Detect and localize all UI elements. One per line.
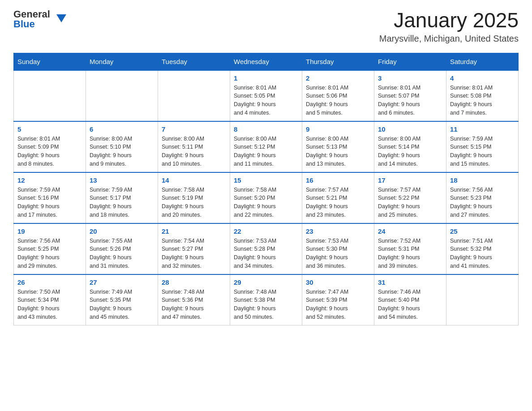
day-info: Sunrise: 7:48 AMSunset: 5:38 PMDaylight:… <box>234 288 298 321</box>
calendar-cell: 18Sunrise: 7:56 AMSunset: 5:23 PMDayligh… <box>446 172 519 223</box>
day-number: 31 <box>378 278 442 286</box>
day-number: 18 <box>450 176 515 184</box>
calendar-cell: 19Sunrise: 7:56 AMSunset: 5:25 PMDayligh… <box>14 223 86 274</box>
day-number: 30 <box>306 278 370 286</box>
page-header: General Blue January 2025 Marysville, Mi… <box>13 9 519 44</box>
day-number: 22 <box>234 227 298 235</box>
calendar-cell: 4Sunrise: 8:01 AMSunset: 5:08 PMDaylight… <box>446 70 519 121</box>
calendar-cell: 26Sunrise: 7:50 AMSunset: 5:34 PMDayligh… <box>14 274 86 325</box>
calendar-header-friday: Friday <box>374 53 446 70</box>
day-number: 13 <box>90 176 154 184</box>
calendar-cell: 12Sunrise: 7:59 AMSunset: 5:16 PMDayligh… <box>14 172 86 223</box>
day-number: 6 <box>90 125 154 133</box>
week-row-3: 12Sunrise: 7:59 AMSunset: 5:16 PMDayligh… <box>14 172 519 223</box>
day-number: 7 <box>162 125 226 133</box>
day-info: Sunrise: 7:53 AMSunset: 5:30 PMDaylight:… <box>306 237 370 270</box>
calendar-cell <box>446 274 519 325</box>
day-number: 28 <box>162 278 226 286</box>
calendar-cell: 25Sunrise: 7:51 AMSunset: 5:32 PMDayligh… <box>446 223 519 274</box>
logo: General Blue <box>13 9 56 30</box>
calendar-cell: 6Sunrise: 8:00 AMSunset: 5:10 PMDaylight… <box>86 121 158 172</box>
calendar-cell: 22Sunrise: 7:53 AMSunset: 5:28 PMDayligh… <box>230 223 302 274</box>
day-info: Sunrise: 7:57 AMSunset: 5:21 PMDaylight:… <box>306 186 370 219</box>
day-info: Sunrise: 7:46 AMSunset: 5:40 PMDaylight:… <box>378 288 442 321</box>
calendar-header-thursday: Thursday <box>302 53 374 70</box>
calendar-cell: 11Sunrise: 7:59 AMSunset: 5:15 PMDayligh… <box>446 121 519 172</box>
logo-triangle-icon <box>56 14 66 22</box>
calendar-cell: 3Sunrise: 8:01 AMSunset: 5:07 PMDaylight… <box>374 70 446 121</box>
calendar-cell: 21Sunrise: 7:54 AMSunset: 5:27 PMDayligh… <box>158 223 230 274</box>
day-info: Sunrise: 7:58 AMSunset: 5:19 PMDaylight:… <box>162 186 226 219</box>
calendar-header-sunday: Sunday <box>14 53 86 70</box>
week-row-2: 5Sunrise: 8:01 AMSunset: 5:09 PMDaylight… <box>14 121 519 172</box>
day-number: 12 <box>17 176 82 184</box>
week-row-4: 19Sunrise: 7:56 AMSunset: 5:25 PMDayligh… <box>14 223 519 274</box>
day-info: Sunrise: 8:00 AMSunset: 5:12 PMDaylight:… <box>234 135 298 168</box>
location-title: Marysville, Michigan, United States <box>379 34 519 44</box>
calendar-cell: 7Sunrise: 8:00 AMSunset: 5:11 PMDaylight… <box>158 121 230 172</box>
day-number: 14 <box>162 176 226 184</box>
calendar-table: SundayMondayTuesdayWednesdayThursdayFrid… <box>13 53 519 325</box>
day-number: 16 <box>306 176 370 184</box>
day-info: Sunrise: 7:51 AMSunset: 5:32 PMDaylight:… <box>450 237 515 270</box>
calendar-cell: 20Sunrise: 7:55 AMSunset: 5:26 PMDayligh… <box>86 223 158 274</box>
day-info: Sunrise: 8:01 AMSunset: 5:06 PMDaylight:… <box>306 84 370 117</box>
calendar-header-row: SundayMondayTuesdayWednesdayThursdayFrid… <box>14 53 519 70</box>
calendar-cell: 1Sunrise: 8:01 AMSunset: 5:05 PMDaylight… <box>230 70 302 121</box>
calendar-cell: 14Sunrise: 7:58 AMSunset: 5:19 PMDayligh… <box>158 172 230 223</box>
calendar-header-tuesday: Tuesday <box>158 53 230 70</box>
day-number: 27 <box>90 278 154 286</box>
title-section: January 2025 Marysville, Michigan, Unite… <box>379 9 519 44</box>
day-number: 19 <box>17 227 82 235</box>
calendar-cell: 2Sunrise: 8:01 AMSunset: 5:06 PMDaylight… <box>302 70 374 121</box>
calendar-cell: 5Sunrise: 8:01 AMSunset: 5:09 PMDaylight… <box>14 121 86 172</box>
day-info: Sunrise: 7:58 AMSunset: 5:20 PMDaylight:… <box>234 186 298 219</box>
calendar-cell <box>158 70 230 121</box>
day-number: 23 <box>306 227 370 235</box>
day-info: Sunrise: 7:54 AMSunset: 5:27 PMDaylight:… <box>162 237 226 270</box>
calendar-header-wednesday: Wednesday <box>230 53 302 70</box>
day-info: Sunrise: 7:59 AMSunset: 5:16 PMDaylight:… <box>17 186 82 219</box>
day-number: 21 <box>162 227 226 235</box>
day-number: 11 <box>450 125 515 133</box>
calendar-header-monday: Monday <box>86 53 158 70</box>
calendar-cell: 24Sunrise: 7:52 AMSunset: 5:31 PMDayligh… <box>374 223 446 274</box>
day-info: Sunrise: 7:59 AMSunset: 5:17 PMDaylight:… <box>90 186 154 219</box>
day-number: 10 <box>378 125 442 133</box>
day-number: 8 <box>234 125 298 133</box>
calendar-cell: 16Sunrise: 7:57 AMSunset: 5:21 PMDayligh… <box>302 172 374 223</box>
svg-marker-0 <box>56 14 66 22</box>
calendar-cell <box>14 70 86 121</box>
day-number: 24 <box>378 227 442 235</box>
day-number: 3 <box>378 74 442 82</box>
day-info: Sunrise: 8:00 AMSunset: 5:13 PMDaylight:… <box>306 135 370 168</box>
day-info: Sunrise: 8:00 AMSunset: 5:14 PMDaylight:… <box>378 135 442 168</box>
day-info: Sunrise: 8:01 AMSunset: 5:09 PMDaylight:… <box>17 135 82 168</box>
calendar-cell: 15Sunrise: 7:58 AMSunset: 5:20 PMDayligh… <box>230 172 302 223</box>
day-info: Sunrise: 7:56 AMSunset: 5:25 PMDaylight:… <box>17 237 82 270</box>
calendar-cell: 31Sunrise: 7:46 AMSunset: 5:40 PMDayligh… <box>374 274 446 325</box>
day-number: 5 <box>17 125 82 133</box>
day-info: Sunrise: 7:47 AMSunset: 5:39 PMDaylight:… <box>306 288 370 321</box>
day-number: 15 <box>234 176 298 184</box>
month-title: January 2025 <box>379 9 519 32</box>
week-row-1: 1Sunrise: 8:01 AMSunset: 5:05 PMDaylight… <box>14 70 519 121</box>
day-info: Sunrise: 7:48 AMSunset: 5:36 PMDaylight:… <box>162 288 226 321</box>
calendar-cell: 10Sunrise: 8:00 AMSunset: 5:14 PMDayligh… <box>374 121 446 172</box>
day-number: 1 <box>234 74 298 82</box>
day-info: Sunrise: 7:56 AMSunset: 5:23 PMDaylight:… <box>450 186 515 219</box>
calendar-cell: 9Sunrise: 8:00 AMSunset: 5:13 PMDaylight… <box>302 121 374 172</box>
calendar-cell: 28Sunrise: 7:48 AMSunset: 5:36 PMDayligh… <box>158 274 230 325</box>
calendar-cell: 8Sunrise: 8:00 AMSunset: 5:12 PMDaylight… <box>230 121 302 172</box>
day-number: 2 <box>306 74 370 82</box>
day-info: Sunrise: 8:01 AMSunset: 5:07 PMDaylight:… <box>378 84 442 117</box>
day-number: 20 <box>90 227 154 235</box>
day-info: Sunrise: 7:59 AMSunset: 5:15 PMDaylight:… <box>450 135 515 168</box>
day-info: Sunrise: 7:52 AMSunset: 5:31 PMDaylight:… <box>378 237 442 270</box>
calendar-header-saturday: Saturday <box>446 53 519 70</box>
calendar-cell: 17Sunrise: 7:57 AMSunset: 5:22 PMDayligh… <box>374 172 446 223</box>
day-number: 29 <box>234 278 298 286</box>
calendar-cell: 29Sunrise: 7:48 AMSunset: 5:38 PMDayligh… <box>230 274 302 325</box>
day-info: Sunrise: 7:50 AMSunset: 5:34 PMDaylight:… <box>17 288 82 321</box>
day-info: Sunrise: 8:01 AMSunset: 5:05 PMDaylight:… <box>234 84 298 117</box>
